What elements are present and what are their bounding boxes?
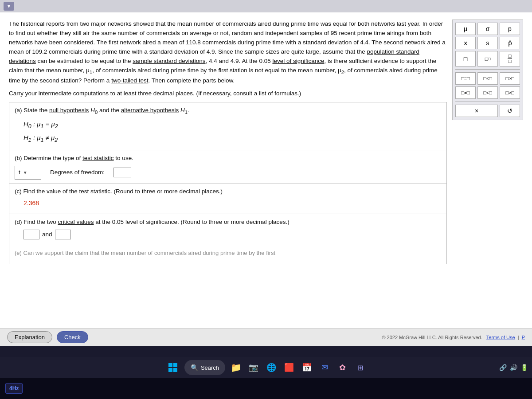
hz-badge: 4Hz	[5, 383, 23, 394]
search-label: Search	[201, 364, 219, 371]
part-c: (c) Find the value of the test statistic…	[9, 184, 446, 215]
part-a: (a) State the null hypothesis H0 and the…	[9, 102, 446, 151]
svg-rect-3	[173, 368, 177, 372]
los-link[interactable]: level of significance	[272, 58, 324, 64]
test-stat-value: 2.368	[23, 199, 441, 208]
taskbar-app-icon[interactable]: ⊞	[353, 360, 367, 375]
problem-area: The historical reports from two major ne…	[0, 12, 532, 328]
decimal-link[interactable]: decimal places	[153, 90, 193, 97]
taskbar-mail-icon[interactable]: ✉	[317, 360, 332, 375]
taskbar-search-button[interactable]: 🔍 Search	[184, 360, 225, 375]
bottom-strip: 4Hz	[0, 378, 532, 399]
h1-display: H1 : μ1 ≠ μ2	[23, 133, 441, 145]
taskbar-camera-icon[interactable]: 📷	[246, 360, 261, 375]
taskbar-calendar-icon[interactable]: 📅	[300, 360, 314, 375]
content-footer: Explanation Check © 2022 McGraw Hill LLC…	[0, 328, 532, 346]
part-a-label: (a) State the null hypothesis H0 and the…	[15, 106, 441, 116]
critical-value-2-input[interactable]	[55, 230, 71, 239]
test-stat-dropdown[interactable]: t ▼	[15, 166, 41, 179]
sym-phat[interactable]: p̂	[500, 37, 520, 49]
sym-sigma[interactable]: σ	[477, 23, 498, 35]
svg-rect-1	[173, 363, 177, 367]
windows-logo-icon	[168, 363, 178, 372]
symbol-panel: μ σ p x̄ s p̂ □ □□ □□ □=□ □≤□ □≥□ □≠□ □<…	[452, 20, 523, 120]
sample-std-link[interactable]: sample standard deviations	[133, 58, 205, 64]
part-c-label: (c) Find the value of the test statistic…	[15, 187, 441, 196]
sym-s[interactable]: s	[477, 37, 498, 49]
taskbar-files-icon[interactable]: 📁	[229, 360, 243, 375]
sym-undo[interactable]: ↺	[500, 105, 520, 117]
sym-mu[interactable]: μ	[455, 23, 476, 35]
test-stat-row: t ▼ Degrees of freedom:	[15, 166, 441, 179]
sym-p[interactable]: p	[500, 23, 520, 35]
svg-rect-0	[168, 363, 172, 367]
and-label: and	[42, 230, 52, 239]
carry-text: Carry your intermediate computations to …	[9, 89, 447, 98]
sym-box[interactable]: □	[455, 51, 476, 66]
dropdown-arrow-icon: ▼	[23, 169, 27, 176]
degrees-input[interactable]	[113, 168, 131, 177]
problem-text: The historical reports from two major ne…	[9, 20, 447, 86]
copyright-area: © 2022 McGraw Hill LLC. All Rights Reser…	[382, 335, 525, 340]
taskbar-tray: 🔗 🔊 🔋	[498, 363, 528, 372]
parts-section: (a) State the null hypothesis H0 and the…	[9, 102, 447, 265]
chevron-button[interactable]: ▾	[4, 2, 14, 11]
taskbar-globe-icon[interactable]: 🌐	[264, 360, 278, 375]
copyright-text: © 2022 McGraw Hill LLC. All Rights Reser…	[382, 335, 482, 340]
sym-eq[interactable]: □=□	[455, 72, 476, 85]
two-tailed-link[interactable]: two-tailed test	[111, 77, 148, 84]
formulas-link[interactable]: list of formulas	[259, 90, 297, 97]
taskbar-red-icon[interactable]: 🟥	[282, 360, 296, 375]
tray-volume-icon[interactable]: 🔊	[509, 363, 518, 372]
part-b-label: (b) Determine the type of test statistic…	[15, 154, 441, 163]
sym-xbar[interactable]: x̄	[455, 37, 476, 49]
explanation-button[interactable]: Explanation	[7, 331, 52, 343]
sym-gt[interactable]: □>□	[500, 86, 520, 99]
part-d: (d) Find the two critical values at the …	[9, 214, 446, 245]
svg-rect-2	[168, 368, 172, 372]
terms-link[interactable]: Terms of Use	[486, 335, 515, 340]
sym-fraction[interactable]: □□	[500, 51, 520, 66]
tray-battery-icon[interactable]: 🔋	[520, 363, 528, 372]
tray-network-icon[interactable]: 🔗	[498, 363, 507, 372]
problem-text-area: The historical reports from two major ne…	[9, 20, 447, 324]
sym-box-sup[interactable]: □□	[477, 51, 498, 66]
degrees-label: Degrees of freedom:	[50, 168, 105, 177]
part-d-label: (d) Find the two critical values at the …	[15, 218, 441, 227]
sym-neq[interactable]: □≠□	[455, 86, 476, 99]
critical-value-1-input[interactable]	[23, 230, 39, 239]
start-button[interactable]	[165, 360, 181, 376]
taskbar-flower-icon[interactable]: ✿	[335, 360, 349, 375]
privacy-link[interactable]: P	[522, 335, 525, 340]
taskbar: 🔍 Search 📁 📷 🌐 🟥 📅 ✉ ✿ ⊞ 🔗 🔊 🔋	[0, 357, 532, 378]
search-magnifier-icon: 🔍	[191, 364, 198, 371]
part-e-label: (e) Can we support the claim that the me…	[15, 249, 441, 258]
sym-times[interactable]: ×	[455, 105, 498, 117]
critical-values-row: and	[23, 230, 441, 239]
check-button[interactable]: Check	[57, 331, 88, 343]
h0-display: H0 : μ1 = μ2	[23, 119, 441, 131]
pop-std-link[interactable]: population standard deviations	[9, 48, 419, 64]
part-e: (e) Can we support the claim that the me…	[9, 245, 446, 264]
dropdown-value: t	[19, 168, 20, 177]
top-bar: ▾	[0, 0, 532, 12]
part-b: (b) Determine the type of test statistic…	[9, 150, 446, 183]
sym-geq[interactable]: □≥□	[500, 72, 520, 85]
sym-leq[interactable]: □≤□	[477, 72, 498, 85]
sym-lt[interactable]: □<□	[477, 86, 498, 99]
sym-divider-2	[455, 102, 520, 102]
sym-divider-1	[455, 69, 520, 70]
